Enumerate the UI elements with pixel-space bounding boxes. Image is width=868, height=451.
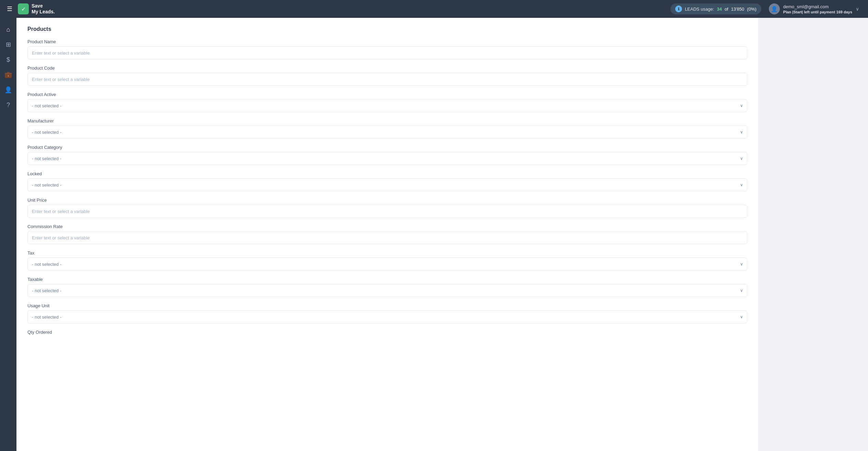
product-code-label: Product Code	[27, 66, 747, 71]
sidebar-item-connections[interactable]: ⊞	[2, 38, 14, 51]
product-code-group: Product Code	[27, 66, 747, 86]
product-active-wrapper: - not selected - ∨	[27, 99, 747, 112]
menu-button[interactable]: ☰	[5, 4, 14, 14]
content-area: Products Product Name Product Code Produ…	[16, 18, 758, 451]
layout: ⌂ ⊞ $ 💼 👤 ? Products Product Name	[0, 18, 868, 451]
user-plan: Plan |Start| left until payment 169 days	[783, 10, 852, 14]
tax-select[interactable]: - not selected -	[27, 258, 747, 271]
right-panel	[758, 18, 868, 451]
taxable-select[interactable]: - not selected -	[27, 284, 747, 297]
sidebar-item-work[interactable]: 💼	[2, 69, 14, 81]
taxable-group: Taxable - not selected - ∨	[27, 277, 747, 297]
leads-label: LEADS usage:	[685, 7, 714, 12]
section-title: Products	[27, 26, 747, 32]
usage-unit-group: Usage Unit - not selected - ∨	[27, 303, 747, 323]
manufacturer-select[interactable]: - not selected -	[27, 126, 747, 139]
commission-rate-input[interactable]	[27, 231, 747, 244]
sidebar-item-profile[interactable]: 👤	[2, 84, 14, 96]
manufacturer-label: Manufacturer	[27, 118, 747, 123]
user-info: demo_sml@gmail.com Plan |Start| left unt…	[783, 4, 852, 14]
usage-unit-select[interactable]: - not selected -	[27, 310, 747, 323]
logo-icon: ✓	[18, 3, 29, 14]
dollar-icon: $	[7, 56, 10, 63]
product-category-label: Product Category	[27, 145, 747, 150]
user-email: demo_sml@gmail.com	[783, 4, 852, 10]
unit-price-label: Unit Price	[27, 198, 747, 203]
hamburger-icon: ☰	[7, 5, 12, 12]
commission-rate-group: Commission Rate	[27, 224, 747, 244]
leads-current: 34	[717, 7, 722, 12]
logo-text: Save My Leads.	[32, 3, 55, 15]
locked-select[interactable]: - not selected -	[27, 178, 747, 191]
qty-ordered-group: Qty Ordered	[27, 330, 747, 335]
taxable-wrapper: - not selected - ∨	[27, 284, 747, 297]
user-menu[interactable]: 👤 demo_sml@gmail.com Plan |Start| left u…	[765, 2, 863, 16]
manufacturer-wrapper: - not selected - ∨	[27, 126, 747, 139]
chevron-down-icon: ∨	[856, 6, 859, 12]
product-active-group: Product Active - not selected - ∨	[27, 92, 747, 112]
user-icon: 👤	[4, 86, 12, 94]
product-code-input[interactable]	[27, 73, 747, 86]
sidebar-item-help[interactable]: ?	[2, 99, 14, 111]
unit-price-group: Unit Price	[27, 198, 747, 218]
product-active-label: Product Active	[27, 92, 747, 97]
sidebar: ⌂ ⊞ $ 💼 👤 ?	[0, 18, 16, 451]
help-icon: ?	[7, 102, 10, 109]
manufacturer-group: Manufacturer - not selected - ∨	[27, 118, 747, 139]
qty-ordered-label: Qty Ordered	[27, 330, 747, 335]
locked-label: Locked	[27, 171, 747, 176]
briefcase-icon: 💼	[4, 71, 12, 79]
tax-label: Tax	[27, 250, 747, 256]
usage-unit-label: Usage Unit	[27, 303, 747, 308]
avatar: 👤	[769, 3, 780, 14]
locked-wrapper: - not selected - ∨	[27, 178, 747, 191]
product-active-select[interactable]: - not selected -	[27, 99, 747, 112]
topbar: ☰ ✓ Save My Leads. ℹ LEADS usage: 34 of …	[0, 0, 868, 18]
sidebar-item-billing[interactable]: $	[2, 54, 14, 66]
tax-group: Tax - not selected - ∨	[27, 250, 747, 271]
logo: ✓ Save My Leads.	[18, 3, 55, 15]
product-category-wrapper: - not selected - ∨	[27, 152, 747, 165]
product-name-group: Product Name	[27, 39, 747, 59]
taxable-label: Taxable	[27, 277, 747, 282]
sidebar-item-home[interactable]: ⌂	[2, 23, 14, 36]
grid-icon: ⊞	[6, 41, 11, 48]
leads-separator: of	[725, 7, 728, 12]
unit-price-input[interactable]	[27, 205, 747, 218]
leads-pct: (0%)	[747, 7, 756, 12]
commission-rate-label: Commission Rate	[27, 224, 747, 229]
usage-unit-wrapper: - not selected - ∨	[27, 310, 747, 323]
main-content: Products Product Name Product Code Produ…	[16, 18, 758, 451]
info-icon: ℹ	[675, 5, 682, 12]
home-icon: ⌂	[7, 26, 10, 33]
product-name-label: Product Name	[27, 39, 747, 44]
product-category-group: Product Category - not selected - ∨	[27, 145, 747, 165]
product-category-select[interactable]: - not selected -	[27, 152, 747, 165]
leads-usage: ℹ LEADS usage: 34 of 13'850 (0%)	[670, 3, 761, 14]
product-name-input[interactable]	[27, 46, 747, 59]
tax-wrapper: - not selected - ∨	[27, 258, 747, 271]
locked-group: Locked - not selected - ∨	[27, 171, 747, 191]
leads-total: 13'850	[731, 7, 744, 12]
